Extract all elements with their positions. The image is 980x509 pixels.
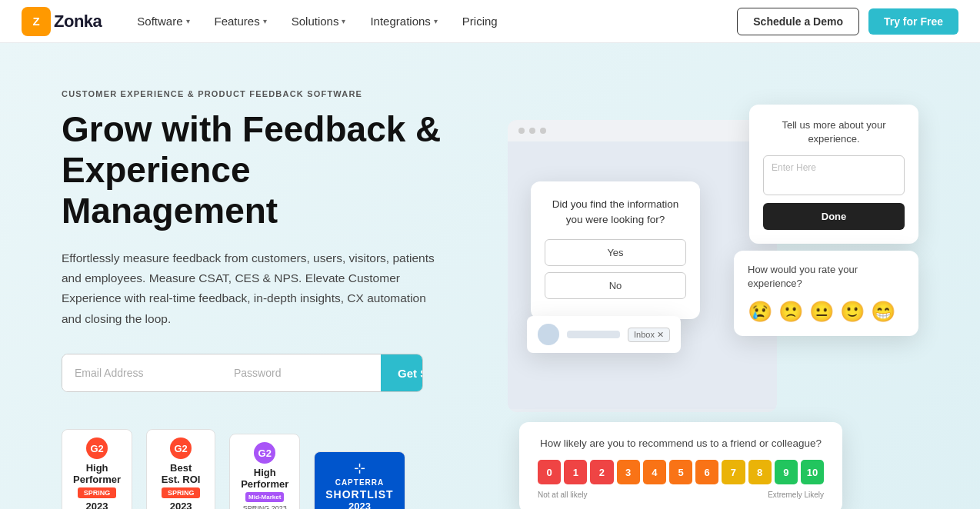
yes-button[interactable]: Yes (545, 239, 686, 266)
chevron-down-icon: ▾ (342, 17, 345, 25)
nav-links: Software ▾ Features ▾ Solutions ▾ Integr… (126, 8, 737, 34)
nps-labels: Not at all likely Extremely Likely (538, 491, 824, 499)
hero-description: Effortlessly measure feedback from custo… (62, 248, 446, 329)
text-feedback-card: Tell us more about your experience. Ente… (749, 105, 918, 244)
nav-solutions[interactable]: Solutions ▾ (281, 8, 357, 34)
done-button[interactable]: Done (763, 203, 905, 230)
g2-icon: G2 (86, 437, 108, 459)
info-lookup-card: Did you find the information you were lo… (531, 181, 700, 319)
rating-card: How would you rate your experience? 😢 🙁 … (734, 251, 918, 336)
hero-section: CUSTOMER EXPERIENCE & PRODUCT FEEDBACK S… (0, 43, 980, 509)
emoji-terrible[interactable]: 😢 (748, 300, 772, 324)
capterra-icon: ⊹ (354, 460, 365, 477)
hero-tag: CUSTOMER EXPERIENCE & PRODUCT FEEDBACK S… (62, 89, 462, 98)
emoji-row: 😢 🙁 😐 🙂 😁 (748, 300, 905, 324)
logo[interactable]: Z Zonka (22, 7, 102, 36)
nps-7[interactable]: 7 (722, 460, 745, 484)
dot-1 (518, 128, 525, 134)
badge-mid-market: G2 High Performer Mid-Market SPRING 2023 (229, 434, 300, 509)
nps-4[interactable]: 4 (643, 460, 666, 484)
nps-1[interactable]: 1 (564, 460, 587, 484)
badge-best-roi: G2 Best Est. ROI SPRING 2023 (146, 429, 215, 509)
feedback-textarea[interactable]: Enter Here (763, 155, 905, 195)
no-button[interactable]: No (545, 272, 686, 299)
nav-features[interactable]: Features ▾ (204, 8, 278, 34)
hero-title: Grow with Feedback & Experience Manageme… (62, 109, 462, 231)
dot-2 (529, 128, 535, 134)
nps-8[interactable]: 8 (748, 460, 772, 484)
nps-2[interactable]: 2 (590, 460, 613, 484)
nps-question: How likely are you to recommend us to a … (538, 437, 824, 449)
logo-icon: Z (22, 7, 51, 36)
inbox-tag: Inbox ✕ (628, 328, 670, 342)
hero-left: CUSTOMER EXPERIENCE & PRODUCT FEEDBACK S… (62, 89, 508, 509)
email-input[interactable] (62, 354, 222, 391)
nps-5[interactable]: 5 (669, 460, 692, 484)
try-for-free-button[interactable]: Try for Free (868, 8, 958, 35)
nps-card: How likely are you to recommend us to a … (519, 422, 842, 509)
logo-text: Zonka (54, 12, 102, 32)
nav-actions: Schedule a Demo Try for Free (737, 8, 958, 35)
password-input[interactable] (222, 354, 381, 391)
signup-form: Get Started (62, 354, 423, 392)
feedback-title: Tell us more about your experience. (763, 118, 905, 146)
chevron-down-icon: ▾ (434, 17, 438, 25)
badge-high-performer: G2 High Performer SPRING 2023 (62, 429, 132, 509)
nps-10[interactable]: 10 (801, 460, 824, 484)
nav-pricing[interactable]: Pricing (452, 8, 508, 34)
hero-mockups: Did you find the information you were lo… (508, 89, 918, 509)
rating-question: How would you rate your experience? (748, 263, 905, 291)
email-bar (567, 331, 620, 338)
nps-3[interactable]: 3 (617, 460, 640, 484)
email-avatar (538, 324, 559, 345)
emoji-neutral[interactable]: 😐 (809, 300, 834, 324)
emoji-good[interactable]: 🙂 (840, 300, 865, 324)
award-badges: G2 High Performer SPRING 2023 G2 Best Es… (62, 429, 462, 509)
g2-icon: G2 (254, 442, 275, 464)
emoji-bad[interactable]: 🙁 (778, 300, 803, 324)
nps-0[interactable]: 0 (538, 460, 561, 484)
email-mock: Inbox ✕ (527, 316, 681, 353)
nav-software[interactable]: Software ▾ (126, 8, 200, 34)
lookup-question: Did you find the information you were lo… (545, 197, 686, 227)
nps-6[interactable]: 6 (695, 460, 718, 484)
dot-3 (540, 128, 546, 134)
chevron-down-icon: ▾ (263, 17, 267, 25)
schedule-demo-button[interactable]: Schedule a Demo (737, 8, 859, 35)
nps-9[interactable]: 9 (775, 460, 798, 484)
navbar: Z Zonka Software ▾ Features ▾ Solutions … (0, 0, 980, 43)
chevron-down-icon: ▾ (186, 17, 190, 25)
nav-integrations[interactable]: Integrations ▾ (359, 8, 448, 34)
browser-bar (508, 120, 777, 141)
badge-capterra: ⊹ Capterra SHORTLIST 2023 (314, 451, 405, 509)
get-started-button[interactable]: Get Started (381, 354, 423, 391)
emoji-great[interactable]: 😁 (871, 300, 895, 324)
g2-icon: G2 (170, 437, 192, 459)
nps-numbers: 0 1 2 3 4 5 6 7 8 9 10 (538, 460, 824, 484)
